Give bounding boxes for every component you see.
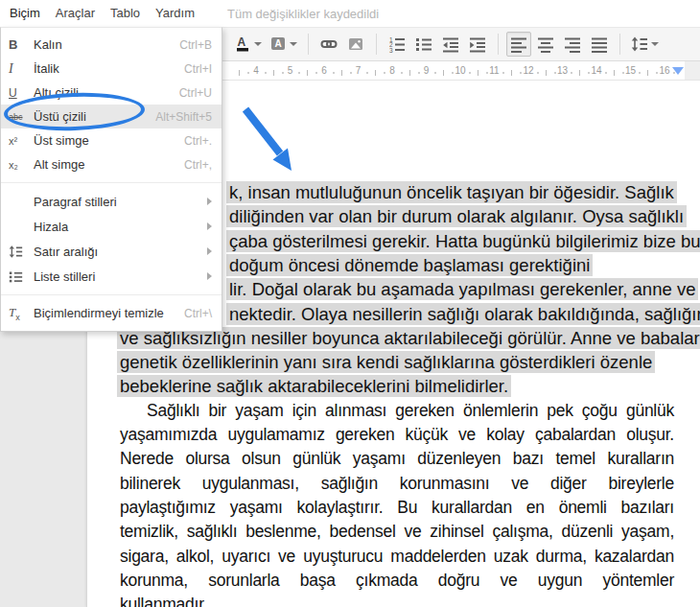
justify-button[interactable] xyxy=(587,32,612,57)
menu-item-biçimlendirmeyi-temizle[interactable]: TxBiçimlendirmeyi temizleCtrl+\ xyxy=(1,301,222,325)
menu-item-kalın[interactable]: BKalınCtrl+B xyxy=(1,33,222,57)
document-text-line[interactable]: lir. Doğal olarak bu aşamada yapılması g… xyxy=(226,278,698,300)
toolbar-separator xyxy=(619,34,620,55)
ruler-dot xyxy=(333,72,335,74)
svg-text:3: 3 xyxy=(389,47,393,54)
menu-item-paragraf-stilleri[interactable]: Paragraf stilleri xyxy=(1,189,222,214)
document-text-line[interactable]: korunma, sorunlarla başa çıkmada doğru v… xyxy=(120,570,674,592)
document-text-line[interactable]: bilinerek uygulanması, sağlığın korunmas… xyxy=(120,473,674,495)
ruler-tick xyxy=(511,70,512,76)
decrease-indent-button[interactable] xyxy=(438,32,463,57)
menubar-item-tablo[interactable]: Tablo xyxy=(103,0,148,27)
document-text-line[interactable]: sigara, alkol, uyarıcı ve uyuşturucu mad… xyxy=(120,546,674,568)
outdent-icon xyxy=(442,35,459,53)
document-text-line[interactable]: yaşamımızda uygulamamız gereken küçük ve… xyxy=(120,424,674,446)
document-text-line[interactable]: çaba gösterilmesi gerekir. Hatta bugünkü… xyxy=(226,230,700,252)
ruler-dot xyxy=(282,72,284,74)
document-text-line[interactable]: nektedir. Olaya nesillerin sağlığı olara… xyxy=(226,303,700,325)
bulleted-list-button[interactable] xyxy=(411,32,436,57)
superscript-icon: x² xyxy=(9,135,34,147)
document-text-line[interactable]: temizlik, sağlıklı beslenme, bedensel ve… xyxy=(120,521,674,543)
align-right-icon xyxy=(564,35,581,53)
menu-item-i-talik[interactable]: IİtalikCtrl+I xyxy=(1,57,222,81)
line-spacing-icon xyxy=(631,35,648,53)
ruler-dot xyxy=(469,72,471,74)
menu-item-üst-simge[interactable]: x²Üst simgeCtrl+. xyxy=(1,128,222,152)
line-spacing-button[interactable] xyxy=(628,32,662,57)
menu-item-liste-stilleri[interactable]: Liste stilleri xyxy=(1,264,222,289)
italic-icon: I xyxy=(9,61,34,77)
menu-bar: BiçimAraçlarTabloYardım Tüm değişiklikle… xyxy=(0,0,700,27)
numbered-list-button[interactable]: 123 xyxy=(385,32,409,57)
ruler-number: 13 xyxy=(557,65,568,76)
selected-text: genetik özelliklerinin yanı sıra kendi s… xyxy=(117,351,655,373)
ruler-dot xyxy=(298,72,300,74)
bold-icon: B xyxy=(9,37,34,52)
toolbar-separator xyxy=(498,34,499,55)
ruler-tick xyxy=(239,70,240,76)
document-text-line[interactable]: Sağlıklı bir yaşam için alınması gereken… xyxy=(120,400,674,422)
document-text-line[interactable]: diliğinden var olan bir durum olarak alg… xyxy=(226,205,687,227)
ruler-number: 15 xyxy=(625,65,636,76)
ruler-tick xyxy=(443,70,444,76)
document-text-line[interactable]: k, insan mutluluğunun öncelik taşıyan bi… xyxy=(226,181,677,203)
document-text-line[interactable]: Nerede olursa olsun günlük yaşamı düzenl… xyxy=(120,448,674,470)
menu-item-shortcut: Ctrl+I xyxy=(184,62,212,76)
menu-item-label: Paragraf stilleri xyxy=(34,195,207,209)
ruler-tick xyxy=(546,70,547,76)
ruler-tick xyxy=(409,70,410,76)
ruler-dot xyxy=(315,72,317,74)
menu-item-üstü-çizili[interactable]: abcÜstü çiziliAlt+Shift+5 xyxy=(1,105,222,128)
menu-item-hizala[interactable]: Hizala xyxy=(1,214,222,239)
menu-item-shortcut: Alt+Shift+5 xyxy=(155,110,212,124)
document-text-line[interactable]: paylaştığımız yaşamı kolaylaştırır. Bu k… xyxy=(120,497,674,519)
document-text-line[interactable]: doğum öncesi dönemde başlaması gerektiği… xyxy=(226,254,593,276)
selected-text: diliğinden var olan bir durum olarak alg… xyxy=(226,205,687,227)
ruler-tick xyxy=(478,70,478,76)
ruler-dot xyxy=(502,72,504,74)
increase-indent-button[interactable] xyxy=(465,32,490,57)
ruler-tick xyxy=(579,70,580,76)
align-right-button[interactable] xyxy=(560,32,585,57)
highlight-color-icon: A xyxy=(269,35,287,53)
ruler-number: 8 xyxy=(389,65,395,76)
submenu-arrow-icon xyxy=(207,247,212,255)
menu-item-altı-çizili[interactable]: UAltı çiziliCtrl+U xyxy=(1,81,222,105)
ruler-dot xyxy=(571,72,572,74)
text-color-button[interactable]: A xyxy=(231,32,265,57)
menu-item-shortcut: Ctrl+. xyxy=(184,134,212,148)
insert-image-button[interactable] xyxy=(343,32,368,57)
highlight-color-button[interactable]: A xyxy=(267,32,300,57)
svg-text:A: A xyxy=(275,38,282,49)
menubar-item-biçim[interactable]: Biçim xyxy=(2,0,48,27)
document-text-line[interactable]: genetik özelliklerinin yanı sıra kendi s… xyxy=(117,351,655,373)
menu-item-satır-aralığı[interactable]: Satır aralığı xyxy=(1,239,222,264)
text-color-icon: A xyxy=(234,35,251,53)
document-text-line[interactable]: bebeklerine sağlık aktarabileceklerini b… xyxy=(117,375,511,397)
align-center-icon xyxy=(537,35,554,53)
menu-item-shortcut: Ctrl+U xyxy=(179,86,212,100)
menu-item-label: Hizala xyxy=(34,220,207,234)
save-status: Tüm değişiklikler kaydedildi xyxy=(227,7,379,21)
numbered-list-icon: 123 xyxy=(388,35,406,53)
menu-separator xyxy=(1,294,222,295)
menu-item-alt-simge[interactable]: x₂Alt simgeCtrl+, xyxy=(1,152,222,176)
ruler-dot xyxy=(247,72,249,74)
ruler-end-cap xyxy=(685,61,700,80)
selected-text: bebeklerine sağlık aktarabileceklerini b… xyxy=(117,375,511,397)
ruler-number: 11 xyxy=(489,65,499,76)
menubar-item-yardım[interactable]: Yardım xyxy=(148,0,202,27)
ruler-dot xyxy=(554,72,556,74)
align-center-button[interactable] xyxy=(533,32,558,57)
menu-separator xyxy=(1,182,222,183)
document-text-line[interactable]: kullanmadır. xyxy=(120,594,674,607)
align-left-button[interactable] xyxy=(506,32,531,57)
indent-icon xyxy=(469,35,486,53)
menubar-item-araçlar[interactable]: Araçlar xyxy=(48,0,103,27)
align-left-icon xyxy=(510,35,527,53)
ruler-number: 14 xyxy=(591,65,601,76)
insert-link-button[interactable] xyxy=(316,32,341,57)
dropdown-caret-icon xyxy=(290,42,297,46)
menu-item-label: Üstü çizili xyxy=(34,109,155,124)
ruler-tick xyxy=(341,70,342,76)
